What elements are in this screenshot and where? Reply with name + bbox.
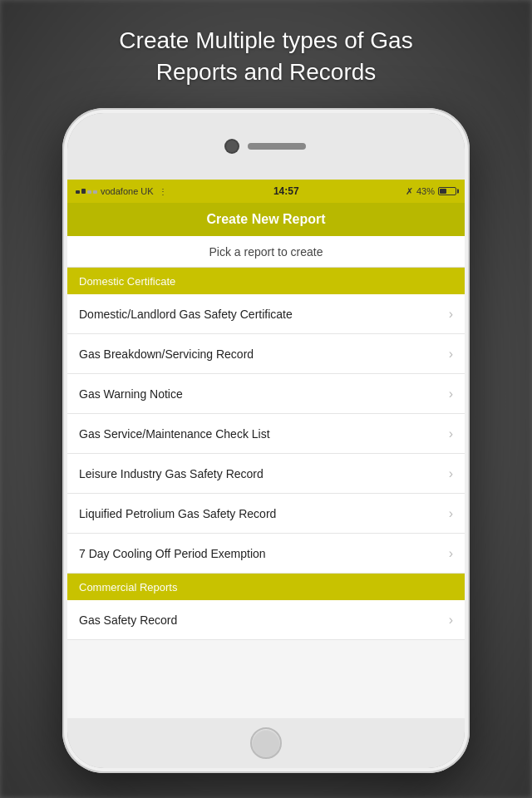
list-item-leisure[interactable]: Leisure Industry Gas Safety Record ›: [67, 454, 465, 494]
chevron-icon: ›: [449, 426, 453, 441]
signal-icon: [76, 189, 97, 194]
list-item-warning-label: Gas Warning Notice: [79, 387, 449, 401]
chevron-icon: ›: [449, 466, 453, 481]
list-item-leisure-label: Leisure Industry Gas Safety Record: [79, 467, 449, 480]
phone-inner: vodafone UK ⋮ 14:57 ✗ 43% Create New Rep…: [67, 113, 465, 768]
chevron-icon: ›: [449, 506, 453, 521]
list-item-lpg-label: Liquified Petrolium Gas Safety Record: [79, 507, 449, 520]
list-item-breakdown-label: Gas Breakdown/Servicing Record: [79, 347, 449, 361]
section-header-commercial-label: Commercial Reports: [79, 581, 177, 594]
battery-fill: [440, 189, 446, 194]
section-header-domestic-label: Domestic Certificate: [79, 275, 175, 288]
phone-top-bar: [67, 113, 465, 180]
nav-bar: Create New Report: [67, 203, 465, 236]
phone-screen: vodafone UK ⋮ 14:57 ✗ 43% Create New Rep…: [67, 180, 465, 718]
chevron-icon: ›: [449, 387, 453, 401]
picker-header: Pick a report to create: [67, 236, 465, 268]
nav-title: Create New Report: [206, 212, 325, 227]
carrier-label: vodafone UK: [101, 186, 154, 196]
battery-icon: [438, 187, 456, 195]
chevron-icon: ›: [449, 546, 453, 561]
list-item-gas-safety-label: Gas Safety Record: [79, 613, 449, 627]
chevron-icon: ›: [449, 307, 453, 322]
camera-icon: [226, 140, 238, 152]
speaker-icon: [248, 143, 306, 150]
list-item-domestic-landlord[interactable]: Domestic/Landlord Gas Safety Certificate…: [67, 294, 465, 334]
status-right: ✗ 43%: [406, 186, 456, 197]
chevron-icon: ›: [449, 347, 453, 362]
list-item-gas-safety[interactable]: Gas Safety Record ›: [67, 600, 465, 640]
battery-percent: 43%: [416, 186, 435, 196]
status-bar: vodafone UK ⋮ 14:57 ✗ 43%: [67, 180, 465, 203]
chevron-icon: ›: [449, 613, 453, 628]
list-item-domestic-landlord-label: Domestic/Landlord Gas Safety Certificate: [79, 308, 449, 321]
list-item-service-label: Gas Service/Maintenance Check List: [79, 427, 449, 441]
section-header-domestic: Domestic Certificate: [67, 268, 465, 294]
list-item-cooling-label: 7 Day Cooling Off Period Exemption: [79, 547, 449, 560]
bluetooth-icon: ✗: [406, 186, 413, 197]
phone-frame: vodafone UK ⋮ 14:57 ✗ 43% Create New Rep…: [62, 108, 470, 773]
list-item-cooling[interactable]: 7 Day Cooling Off Period Exemption ›: [67, 534, 465, 574]
picker-label: Pick a report to create: [209, 245, 323, 259]
hero-text: Create Multiple types of Gas Reports and…: [0, 25, 532, 88]
section-header-commercial: Commercial Reports: [67, 574, 465, 600]
status-left: vodafone UK ⋮: [76, 186, 167, 196]
home-button[interactable]: [250, 727, 282, 759]
phone-bottom: [67, 718, 465, 768]
list-item-breakdown[interactable]: Gas Breakdown/Servicing Record ›: [67, 334, 465, 374]
wifi-icon: ⋮: [159, 187, 167, 196]
status-time: 14:57: [273, 185, 299, 197]
list-item-warning[interactable]: Gas Warning Notice ›: [67, 374, 465, 414]
list-item-service[interactable]: Gas Service/Maintenance Check List ›: [67, 414, 465, 454]
list-item-lpg[interactable]: Liquified Petrolium Gas Safety Record ›: [67, 494, 465, 534]
